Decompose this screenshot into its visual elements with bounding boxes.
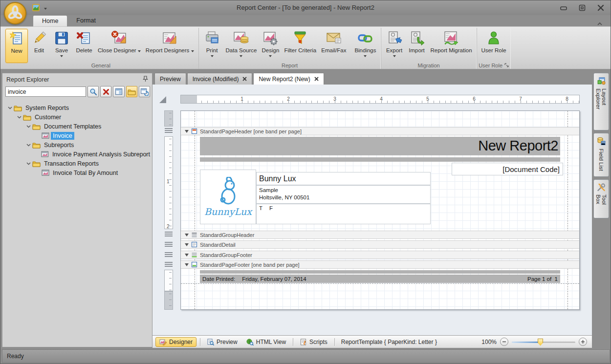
tree-item-subreports[interactable]: Subreports xyxy=(2,140,152,150)
tree-item-customer[interactable]: Customer xyxy=(2,112,152,122)
clear-x-icon xyxy=(103,88,109,95)
company-address-field[interactable]: Sample Holtsville, NY 00501 xyxy=(256,185,431,204)
doc-tab-preview[interactable]: Preview xyxy=(154,73,186,85)
document-area: Preview Invoice (Modified) New Report2 (… xyxy=(153,73,592,348)
tree-item-transaction-reports[interactable]: Transaction Reports xyxy=(2,159,152,168)
band-standard-page-footer[interactable]: StandardPageFooter [one band per page] xyxy=(181,260,579,269)
horizontal-ruler[interactable]: 1 2 3 4 5 6 7 8 xyxy=(180,95,580,104)
clear-search-button[interactable] xyxy=(100,86,111,97)
tree-item-document-templates[interactable]: Document Templates xyxy=(2,122,152,131)
user-role-button[interactable]: User Role xyxy=(479,29,509,63)
quick-access-app-icon[interactable] xyxy=(32,3,40,14)
left-margin-line[interactable] xyxy=(195,111,195,309)
expand-chevron-icon[interactable] xyxy=(16,116,23,119)
edit-button[interactable]: Edit xyxy=(28,29,50,63)
side-tab-layout-explorer[interactable]: Layout Explorer xyxy=(593,73,609,130)
zoom-out-button[interactable] xyxy=(500,338,508,346)
expand-chevron-icon[interactable] xyxy=(25,125,32,128)
tree-item-invoice[interactable]: Invoice xyxy=(2,131,152,140)
zoom-slider[interactable] xyxy=(512,339,575,345)
report-migration-button[interactable]: Report Migration xyxy=(428,29,475,63)
bindings-button[interactable]: Bindings xyxy=(352,29,378,63)
band-standard-detail[interactable]: StandardDetail xyxy=(181,240,579,249)
tab-close-icon[interactable] xyxy=(242,77,247,81)
phone-fax-field[interactable]: TF xyxy=(256,204,431,224)
expand-chevron-icon[interactable] xyxy=(6,107,14,109)
design-button[interactable]: Design xyxy=(259,29,282,63)
footer-rule-bar[interactable] xyxy=(200,270,560,274)
quick-access-dropdown-icon[interactable] xyxy=(44,8,47,10)
close-button[interactable] xyxy=(597,4,605,11)
preview-view-button[interactable]: Preview xyxy=(204,338,241,346)
report-title-bar[interactable]: New Report2 xyxy=(200,137,560,155)
band-standard-group-header[interactable]: StandardGroupHeader xyxy=(181,231,579,239)
band-collapse-icon[interactable] xyxy=(185,263,189,266)
application-menu-button[interactable] xyxy=(4,2,26,24)
expand-chevron-icon[interactable] xyxy=(25,162,32,165)
company-name-field[interactable]: Bunny Lux xyxy=(256,172,431,185)
vertical-ruler[interactable] xyxy=(164,110,173,127)
band-collapse-icon[interactable] xyxy=(185,234,189,236)
pin-icon[interactable] xyxy=(143,75,148,84)
vertical-ruler[interactable]: 1 2 xyxy=(164,136,173,229)
band-handle[interactable] xyxy=(165,252,173,257)
new-button[interactable]: New xyxy=(5,29,28,63)
print-button[interactable]: Print xyxy=(201,29,223,63)
tree-item-invoice-payment-analysis[interactable]: Invoice Payment Analysis Subreport xyxy=(2,150,152,159)
vertical-ruler[interactable] xyxy=(164,291,173,310)
band-collapse-icon[interactable] xyxy=(185,254,189,257)
page-info: Page 1 of 1 xyxy=(527,276,558,282)
doc-tab-new-report2[interactable]: New Report2 (New) xyxy=(253,73,324,85)
plus-icon xyxy=(581,340,585,344)
report-designers-button[interactable]: Report Designers xyxy=(143,29,196,63)
designer-view-button[interactable]: Designer xyxy=(155,337,196,347)
filter-criteria-button[interactable]: Filter Criteria xyxy=(282,29,319,63)
folder-icon xyxy=(32,123,41,130)
band-handle[interactable] xyxy=(165,128,173,133)
report-icon xyxy=(41,151,48,157)
footer-date-row[interactable]: Date Printed:Friday, February 07, 2014 P… xyxy=(200,275,560,283)
zoom-in-button[interactable] xyxy=(579,338,587,346)
tab-home[interactable]: Home xyxy=(33,15,67,26)
tree-item-system-reports[interactable]: System Reports xyxy=(2,103,152,112)
folders-button[interactable] xyxy=(126,86,137,97)
user-role-dialog-launcher-icon[interactable] xyxy=(504,63,509,68)
report-page[interactable]: StandardPageHeader [one band per page] N… xyxy=(180,110,580,310)
expand-chevron-icon[interactable] xyxy=(25,144,32,147)
delete-button[interactable]: Delete xyxy=(73,29,95,63)
band-collapse-icon[interactable] xyxy=(185,243,189,246)
data-source-button[interactable]: Data Source xyxy=(223,29,260,63)
export-button[interactable]: Export xyxy=(383,29,406,63)
band-standard-group-footer[interactable]: StandardGroupFooter xyxy=(181,251,579,259)
save-button[interactable]: Save xyxy=(50,29,73,63)
band-collapse-icon[interactable] xyxy=(185,130,189,133)
side-tab-field-list[interactable]: Field List xyxy=(593,133,609,177)
tree-item-invoice-total-by-amount[interactable]: Invoice Total By Amount xyxy=(2,168,152,177)
refresh-reports-button[interactable] xyxy=(139,86,150,97)
band-handle[interactable] xyxy=(165,241,173,247)
minimize-button[interactable] xyxy=(560,4,567,11)
preview-pane-button[interactable] xyxy=(113,86,124,97)
search-button[interactable] xyxy=(87,86,99,97)
right-margin-line[interactable] xyxy=(567,111,568,309)
date-printed-value: Friday, February 07, 2014 xyxy=(242,276,306,282)
side-tab-tool-box[interactable]: Tool Box xyxy=(593,179,609,218)
search-input[interactable] xyxy=(5,86,86,97)
scripts-view-button[interactable]: Scripts xyxy=(297,338,331,346)
vertical-ruler[interactable] xyxy=(164,270,173,291)
band-standard-page-header[interactable]: StandardPageHeader [one band per page] xyxy=(181,127,579,135)
maximize-button[interactable] xyxy=(578,4,586,11)
document-code-field[interactable]: [Document Code] xyxy=(452,163,563,175)
tab-format[interactable]: Format xyxy=(67,15,105,26)
tab-close-icon[interactable] xyxy=(314,77,319,81)
doc-tab-invoice-modified[interactable]: Invoice (Modified) xyxy=(187,73,253,85)
zoom-slider-thumb[interactable] xyxy=(538,339,543,346)
band-handle[interactable] xyxy=(165,231,173,237)
company-logo-box[interactable]: BunnyLux xyxy=(200,170,256,224)
header-rule-bar[interactable] xyxy=(200,157,560,162)
band-handle[interactable] xyxy=(165,261,173,267)
email-fax-button[interactable]: Email/Fax xyxy=(319,29,349,63)
close-designer-button[interactable]: Close Designer xyxy=(95,29,143,63)
html-view-button[interactable]: HTML View xyxy=(243,338,289,346)
import-button[interactable]: Import xyxy=(406,29,428,63)
